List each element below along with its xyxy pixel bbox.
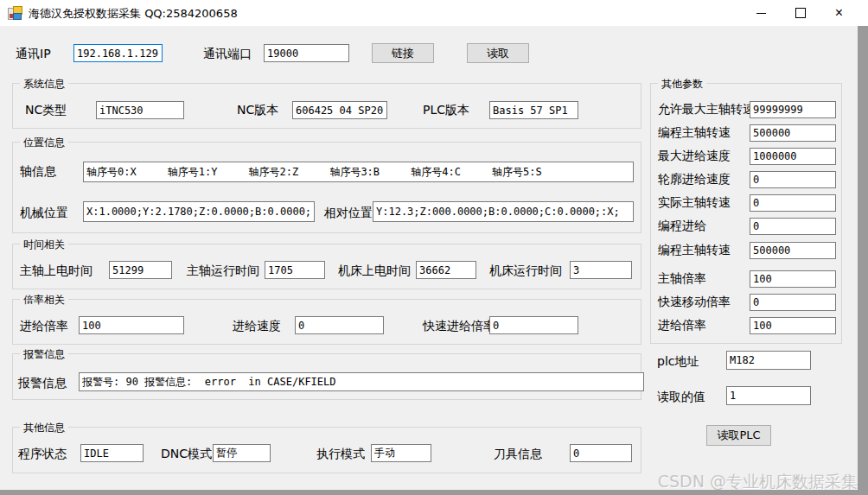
programmed-feed-label: 编程进给: [658, 219, 706, 234]
nc-type-input[interactable]: [96, 101, 184, 119]
comm-ip-label: 通讯IP: [16, 47, 51, 62]
override-info-group-title: 倍率相关: [20, 293, 68, 308]
read-plc-button[interactable]: 读取PLC: [706, 425, 771, 446]
spindle-run-time-label: 主轴运行时间: [187, 263, 259, 279]
execution-mode-input[interactable]: [371, 444, 431, 462]
feed-override2-label: 进给倍率: [658, 318, 706, 333]
machine-run-time-input[interactable]: [570, 261, 632, 279]
plc-version-label: PLC版本: [423, 103, 469, 118]
spindle-run-time-input[interactable]: [265, 261, 325, 279]
close-icon: ×: [835, 6, 843, 20]
nc-version-input[interactable]: [292, 101, 387, 119]
system-info-group-title: 系统信息: [20, 77, 68, 92]
other-params-group-title: 其他参数: [658, 77, 706, 92]
contour-feed-rate-label: 轮廓进给速度: [658, 172, 731, 187]
machine-run-time-label: 机床运行时间: [489, 263, 562, 279]
axis-info-label: 轴信息: [20, 164, 56, 180]
main-window: { "window": { "title": "海德汉免授权数据采集 QQ:25…: [0, 0, 868, 495]
other-info-group-title: 其他信息: [20, 421, 68, 435]
relative-position-label: 相对位置: [324, 206, 373, 221]
machine-power-on-time-input[interactable]: [416, 261, 476, 279]
window-shadow-right: [858, 26, 868, 495]
comm-port-input[interactable]: [264, 44, 349, 62]
axis-info-input[interactable]: [83, 162, 634, 182]
rapid-feed-override-label: 快速进给倍率: [423, 319, 495, 334]
feed-override-input[interactable]: [79, 316, 184, 334]
position-info-group: 位置信息 轴信息 机械位置 相对位置: [12, 142, 641, 233]
spindle-power-on-time-input[interactable]: [109, 261, 172, 279]
plc-address-label: plc地址: [657, 354, 699, 370]
program-status-label: 程序状态: [18, 447, 67, 462]
minimize-icon: [756, 13, 766, 14]
system-info-group: 系统信息 NC类型 NC版本 PLC版本: [12, 83, 641, 129]
plc-version-input[interactable]: [489, 101, 578, 119]
max-allowed-spindle-speed-input[interactable]: [750, 101, 836, 118]
programmed-feed-input[interactable]: [750, 218, 836, 235]
close-button[interactable]: ×: [820, 0, 858, 26]
rapid-feed-override-input[interactable]: [489, 316, 578, 334]
dnc-mode-input[interactable]: [213, 444, 271, 462]
spindle-override-input[interactable]: [750, 270, 836, 288]
feed-rate-label: 进给速度: [233, 319, 281, 334]
relative-position-input[interactable]: [373, 201, 634, 222]
actual-spindle-speed-input[interactable]: [750, 194, 836, 212]
tool-info-input[interactable]: [570, 444, 632, 462]
feed-override-label: 进给倍率: [20, 319, 68, 334]
alarm-info-group-title: 报警信息: [20, 347, 68, 362]
max-allowed-spindle-speed-label: 允许最大主轴转速: [658, 102, 755, 117]
read-button[interactable]: 读取: [467, 43, 529, 63]
time-info-group: 时间相关 主轴上电时间 主轴运行时间 机床上电时间 机床运行时间: [12, 244, 641, 289]
time-info-group-title: 时间相关: [20, 238, 68, 252]
nc-type-label: NC类型: [25, 103, 67, 118]
minimize-button[interactable]: [742, 0, 781, 26]
maximize-icon: [795, 8, 806, 18]
execution-mode-label: 执行模式: [316, 447, 365, 462]
nc-version-label: NC版本: [237, 103, 278, 118]
alarm-info-label: 报警信息: [18, 376, 67, 391]
rapid-move-override-label: 快速移动倍率: [658, 295, 731, 310]
max-feed-rate-input[interactable]: [750, 148, 836, 165]
plc-address-input[interactable]: [726, 351, 811, 370]
position-info-group-title: 位置信息: [20, 136, 68, 150]
rapid-move-override-input[interactable]: [750, 294, 836, 311]
alarm-info-group: 报警信息 报警信息: [12, 353, 641, 400]
contour-feed-rate-input[interactable]: [750, 171, 836, 188]
maximize-button[interactable]: [781, 0, 820, 26]
override-info-group: 倍率相关 进给倍率 进给速度 快速进给倍率: [12, 299, 641, 345]
machine-power-on-time-label: 机床上电时间: [338, 263, 411, 279]
tool-info-label: 刀具信息: [494, 447, 542, 462]
other-info-group: 其他信息 程序状态 DNC模式 执行模式 刀具信息: [12, 427, 641, 473]
alarm-info-input[interactable]: [79, 372, 644, 391]
comm-port-label: 通讯端口: [203, 47, 252, 62]
spindle-override-label: 主轴倍率: [658, 271, 706, 287]
connect-button[interactable]: 链接: [372, 43, 434, 63]
plc-read-value-label: 读取的值: [657, 390, 705, 405]
comm-ip-input[interactable]: [73, 44, 163, 62]
programmed-spindle-speed-label: 编程主轴转速: [658, 125, 731, 141]
max-feed-rate-label: 最大进给速度: [658, 149, 731, 164]
app-icon: [8, 6, 22, 20]
dnc-mode-label: DNC模式: [161, 447, 212, 462]
machine-position-input[interactable]: [83, 201, 315, 222]
feed-override2-input[interactable]: [750, 317, 836, 334]
window-shadow-bottom: [0, 490, 858, 495]
program-status-input[interactable]: [80, 444, 144, 462]
programmed-spindle-speed2-label: 编程主轴转速: [658, 243, 731, 258]
actual-spindle-speed-label: 实际主轴转速: [658, 195, 731, 211]
spindle-power-on-time-label: 主轴上电时间: [20, 263, 93, 279]
machine-position-label: 机械位置: [20, 206, 68, 221]
programmed-spindle-speed2-input[interactable]: [750, 242, 836, 259]
title-bar: 海德汉免授权数据采集 QQ:2584200658 ×: [0, 0, 868, 26]
feed-rate-input[interactable]: [295, 316, 384, 334]
programmed-spindle-speed-input[interactable]: [750, 124, 836, 142]
other-params-group: 其他参数 允许最大主轴转速 编程主轴转速 最大进给速度 轮廓进给速度 实际主轴转…: [650, 83, 842, 344]
plc-read-value-input[interactable]: [726, 386, 811, 405]
window-title: 海德汉免授权数据采集 QQ:2584200658: [29, 6, 238, 22]
